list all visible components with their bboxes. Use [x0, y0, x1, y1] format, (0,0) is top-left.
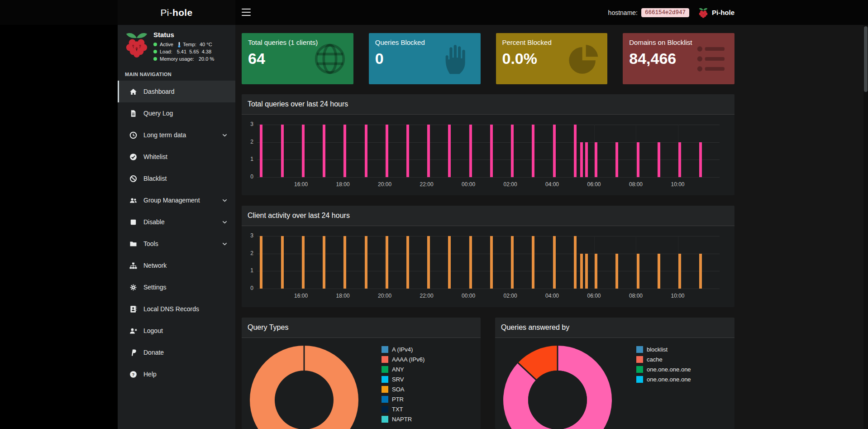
chart-bar[interactable] — [511, 125, 514, 177]
legend-item-aaaa-ipv6[interactable]: AAAA (IPv6) — [382, 354, 424, 364]
chart-bar[interactable] — [302, 236, 305, 289]
legend-item-one-one-one-one[interactable]: one.one.one.one — [636, 364, 691, 374]
sitemap-icon — [129, 262, 139, 270]
chart-bar[interactable] — [574, 125, 577, 177]
stat-card-percent-blocked[interactable]: Percent Blocked0.0% — [496, 33, 608, 84]
chart-bar[interactable] — [281, 125, 284, 177]
globe-icon — [312, 41, 348, 77]
chart-bar[interactable] — [595, 254, 597, 289]
chart-bar[interactable] — [678, 142, 681, 177]
panel-query-types: Query Types A (IPv4)AAAA (IPv6)ANYSRVSOA… — [242, 318, 481, 429]
chart-bar[interactable] — [406, 236, 409, 289]
scrollbar[interactable] — [863, 0, 868, 429]
y-axis-label: 0 — [242, 174, 253, 180]
chart-bar[interactable] — [585, 142, 588, 177]
sidebar-item-whitelist[interactable]: Whitelist — [118, 146, 235, 168]
legend-item-a-ipv4[interactable]: A (IPv4) — [382, 344, 424, 354]
sidebar-item-tools[interactable]: Tools — [118, 233, 235, 255]
chart-bar[interactable] — [281, 236, 284, 289]
chevron-down-icon — [222, 134, 227, 137]
chart-bar[interactable] — [553, 236, 556, 289]
chart-bar[interactable] — [490, 125, 493, 177]
chart-bar[interactable] — [427, 236, 430, 289]
menu-toggle-button[interactable] — [242, 9, 251, 16]
legend-item-soa[interactable]: SOA — [382, 384, 424, 394]
chart-bar[interactable] — [427, 125, 430, 177]
chart-bar[interactable] — [658, 254, 660, 289]
chart-bar[interactable] — [595, 142, 597, 177]
chart-bar[interactable] — [448, 125, 451, 177]
chart-bar[interactable] — [386, 236, 388, 289]
sidebar-item-query-log[interactable]: Query Log — [118, 102, 235, 124]
sidebar-item-long-term-data[interactable]: Long term data — [118, 124, 235, 146]
stat-card-queries-blocked[interactable]: Queries Blocked0 — [369, 33, 481, 84]
chart-bar[interactable] — [260, 125, 262, 177]
legend-item-blocklist[interactable]: blocklist — [636, 344, 691, 354]
query-types-legend: A (IPv4)AAAA (IPv6)ANYSRVSOAPTRTXTNAPTR — [382, 344, 424, 424]
scrollbar-thumb[interactable] — [864, 26, 868, 92]
legend-item-cache[interactable]: cache — [636, 354, 691, 364]
chart-bar[interactable] — [365, 236, 367, 289]
chart-bar[interactable] — [615, 142, 618, 177]
legend-item-any[interactable]: ANY — [382, 364, 424, 374]
chart-bar[interactable] — [302, 125, 305, 177]
legend-item-ptr[interactable]: PTR — [382, 394, 424, 404]
chart-bar[interactable] — [658, 142, 660, 177]
y-axis-label: 1 — [242, 156, 253, 162]
chart-bar[interactable] — [574, 236, 577, 289]
chart-bar[interactable] — [637, 142, 639, 177]
sidebar-item-local-dns-records[interactable]: Local DNS Records — [118, 298, 235, 320]
chart-bar[interactable] — [343, 125, 346, 177]
chart-bar[interactable] — [365, 125, 367, 177]
chart-bar[interactable] — [532, 236, 534, 289]
chart-bar[interactable] — [580, 142, 583, 177]
chart-bar[interactable] — [615, 254, 618, 289]
chart-bar[interactable] — [511, 236, 514, 289]
sidebar-item-logout[interactable]: Logout — [118, 320, 235, 342]
x-axis-label: 04:00 — [545, 181, 559, 188]
chart-bar[interactable] — [585, 254, 588, 289]
sidebar-item-label: Long term data — [143, 131, 186, 139]
sidebar-item-dashboard[interactable]: Dashboard — [118, 81, 235, 102]
sidebar-item-disable[interactable]: Disable — [118, 211, 235, 233]
chart-bar[interactable] — [406, 125, 409, 177]
chart-bar[interactable] — [323, 125, 325, 177]
panel-answered-by: Queries answered by blocklistcacheone.on… — [495, 318, 734, 429]
chart-bar[interactable] — [448, 236, 451, 289]
sidebar-item-settings[interactable]: Settings — [118, 276, 235, 298]
x-axis-label: 06:00 — [587, 181, 601, 188]
sidebar-item-label: Settings — [143, 284, 167, 291]
chart-bar[interactable] — [580, 254, 583, 289]
sidebar-item-donate[interactable]: Donate — [118, 342, 235, 363]
stat-card-domains-on-blocklist[interactable]: Domains on Blocklist84,466 — [623, 33, 734, 84]
sidebar-item-blacklist[interactable]: Blacklist — [118, 168, 235, 189]
chart-bar[interactable] — [532, 125, 534, 177]
chart-bar[interactable] — [323, 236, 325, 289]
y-axis-label: 0 — [242, 285, 253, 291]
legend-item-txt[interactable]: TXT — [382, 404, 424, 414]
sidebar-item-network[interactable]: Network — [118, 255, 235, 276]
chart-bar[interactable] — [699, 254, 702, 289]
stat-card-total-queries-1-clients[interactable]: Total queries (1 clients)64 — [242, 33, 353, 84]
chart-bar[interactable] — [469, 236, 472, 289]
sidebar-item-group-management[interactable]: Group Management — [118, 189, 235, 211]
legend-item-naptr[interactable]: NAPTR — [382, 414, 424, 424]
chart-bar[interactable] — [469, 125, 472, 177]
chart-bar[interactable] — [343, 236, 346, 289]
chart-bar[interactable] — [678, 254, 681, 289]
x-axis-label: 04:00 — [545, 293, 559, 299]
sidebar-item-help[interactable]: ?Help — [118, 363, 235, 385]
chart-bar[interactable] — [386, 125, 388, 177]
chart-bar[interactable] — [699, 142, 702, 177]
legend-item-srv[interactable]: SRV — [382, 374, 424, 384]
brand-link[interactable]: Pi-hole — [712, 9, 734, 16]
legend-swatch — [636, 366, 643, 373]
chart-bar[interactable] — [490, 236, 493, 289]
legend-item-one-one-one-one[interactable]: one.one.one.one — [636, 374, 691, 384]
chart-bar[interactable] — [637, 254, 639, 289]
chart-bar[interactable] — [260, 236, 262, 289]
app-logo[interactable]: Pi-hole — [118, 0, 235, 25]
chart-bar[interactable] — [553, 125, 556, 177]
answered-by-donut[interactable] — [501, 343, 614, 429]
query-types-donut[interactable] — [248, 343, 361, 429]
